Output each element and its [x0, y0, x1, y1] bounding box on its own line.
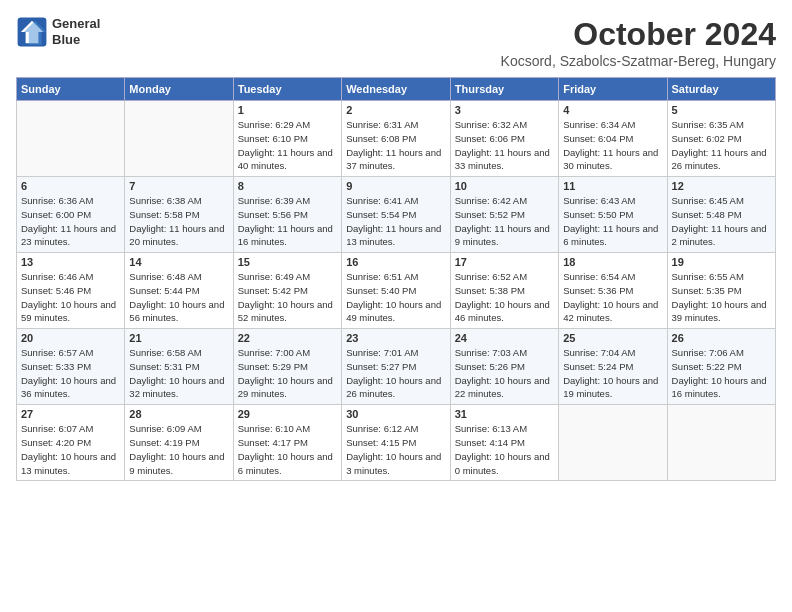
calendar-cell: 31Sunrise: 6:13 AM Sunset: 4:14 PM Dayli…: [450, 405, 558, 481]
day-number: 9: [346, 180, 446, 192]
weekday-header: Friday: [559, 78, 667, 101]
calendar-cell: 11Sunrise: 6:43 AM Sunset: 5:50 PM Dayli…: [559, 177, 667, 253]
calendar-cell: 9Sunrise: 6:41 AM Sunset: 5:54 PM Daylig…: [342, 177, 451, 253]
calendar-week-row: 13Sunrise: 6:46 AM Sunset: 5:46 PM Dayli…: [17, 253, 776, 329]
day-number: 14: [129, 256, 228, 268]
header: General Blue October 2024 Kocsord, Szabo…: [16, 16, 776, 69]
day-number: 10: [455, 180, 554, 192]
calendar-header-row: SundayMondayTuesdayWednesdayThursdayFrid…: [17, 78, 776, 101]
day-number: 29: [238, 408, 337, 420]
day-number: 30: [346, 408, 446, 420]
day-info: Sunrise: 7:00 AM Sunset: 5:29 PM Dayligh…: [238, 346, 337, 401]
day-info: Sunrise: 6:13 AM Sunset: 4:14 PM Dayligh…: [455, 422, 554, 477]
weekday-header: Sunday: [17, 78, 125, 101]
day-number: 23: [346, 332, 446, 344]
weekday-header: Wednesday: [342, 78, 451, 101]
day-info: Sunrise: 6:10 AM Sunset: 4:17 PM Dayligh…: [238, 422, 337, 477]
day-info: Sunrise: 6:48 AM Sunset: 5:44 PM Dayligh…: [129, 270, 228, 325]
calendar-cell: 28Sunrise: 6:09 AM Sunset: 4:19 PM Dayli…: [125, 405, 233, 481]
calendar-cell: 12Sunrise: 6:45 AM Sunset: 5:48 PM Dayli…: [667, 177, 775, 253]
day-info: Sunrise: 7:03 AM Sunset: 5:26 PM Dayligh…: [455, 346, 554, 401]
day-info: Sunrise: 7:01 AM Sunset: 5:27 PM Dayligh…: [346, 346, 446, 401]
calendar-cell: 7Sunrise: 6:38 AM Sunset: 5:58 PM Daylig…: [125, 177, 233, 253]
day-info: Sunrise: 6:42 AM Sunset: 5:52 PM Dayligh…: [455, 194, 554, 249]
day-info: Sunrise: 6:54 AM Sunset: 5:36 PM Dayligh…: [563, 270, 662, 325]
day-info: Sunrise: 6:51 AM Sunset: 5:40 PM Dayligh…: [346, 270, 446, 325]
day-number: 6: [21, 180, 120, 192]
calendar-week-row: 6Sunrise: 6:36 AM Sunset: 6:00 PM Daylig…: [17, 177, 776, 253]
day-info: Sunrise: 6:07 AM Sunset: 4:20 PM Dayligh…: [21, 422, 120, 477]
calendar-cell: 18Sunrise: 6:54 AM Sunset: 5:36 PM Dayli…: [559, 253, 667, 329]
day-number: 25: [563, 332, 662, 344]
calendar-cell: [17, 101, 125, 177]
day-info: Sunrise: 6:57 AM Sunset: 5:33 PM Dayligh…: [21, 346, 120, 401]
day-info: Sunrise: 6:49 AM Sunset: 5:42 PM Dayligh…: [238, 270, 337, 325]
day-number: 26: [672, 332, 771, 344]
logo-text: General Blue: [52, 16, 100, 47]
day-info: Sunrise: 6:52 AM Sunset: 5:38 PM Dayligh…: [455, 270, 554, 325]
day-info: Sunrise: 6:41 AM Sunset: 5:54 PM Dayligh…: [346, 194, 446, 249]
day-number: 12: [672, 180, 771, 192]
day-number: 5: [672, 104, 771, 116]
day-number: 24: [455, 332, 554, 344]
calendar-cell: 26Sunrise: 7:06 AM Sunset: 5:22 PM Dayli…: [667, 329, 775, 405]
day-info: Sunrise: 6:32 AM Sunset: 6:06 PM Dayligh…: [455, 118, 554, 173]
calendar-cell: 10Sunrise: 6:42 AM Sunset: 5:52 PM Dayli…: [450, 177, 558, 253]
calendar-cell: 2Sunrise: 6:31 AM Sunset: 6:08 PM Daylig…: [342, 101, 451, 177]
calendar-cell: 5Sunrise: 6:35 AM Sunset: 6:02 PM Daylig…: [667, 101, 775, 177]
calendar-cell: 29Sunrise: 6:10 AM Sunset: 4:17 PM Dayli…: [233, 405, 341, 481]
day-number: 17: [455, 256, 554, 268]
day-info: Sunrise: 6:34 AM Sunset: 6:04 PM Dayligh…: [563, 118, 662, 173]
calendar-cell: [125, 101, 233, 177]
calendar-cell: 14Sunrise: 6:48 AM Sunset: 5:44 PM Dayli…: [125, 253, 233, 329]
day-info: Sunrise: 6:09 AM Sunset: 4:19 PM Dayligh…: [129, 422, 228, 477]
day-info: Sunrise: 6:36 AM Sunset: 6:00 PM Dayligh…: [21, 194, 120, 249]
weekday-header: Tuesday: [233, 78, 341, 101]
calendar-cell: 30Sunrise: 6:12 AM Sunset: 4:15 PM Dayli…: [342, 405, 451, 481]
day-number: 19: [672, 256, 771, 268]
logo: General Blue: [16, 16, 100, 48]
day-number: 4: [563, 104, 662, 116]
day-number: 8: [238, 180, 337, 192]
calendar-cell: 3Sunrise: 6:32 AM Sunset: 6:06 PM Daylig…: [450, 101, 558, 177]
calendar-cell: 15Sunrise: 6:49 AM Sunset: 5:42 PM Dayli…: [233, 253, 341, 329]
month-title: October 2024: [501, 16, 776, 53]
calendar-cell: 17Sunrise: 6:52 AM Sunset: 5:38 PM Dayli…: [450, 253, 558, 329]
calendar-week-row: 27Sunrise: 6:07 AM Sunset: 4:20 PM Dayli…: [17, 405, 776, 481]
calendar-cell: 21Sunrise: 6:58 AM Sunset: 5:31 PM Dayli…: [125, 329, 233, 405]
calendar-cell: 25Sunrise: 7:04 AM Sunset: 5:24 PM Dayli…: [559, 329, 667, 405]
calendar-cell: 27Sunrise: 6:07 AM Sunset: 4:20 PM Dayli…: [17, 405, 125, 481]
day-number: 27: [21, 408, 120, 420]
day-info: Sunrise: 7:06 AM Sunset: 5:22 PM Dayligh…: [672, 346, 771, 401]
day-number: 31: [455, 408, 554, 420]
calendar-cell: 23Sunrise: 7:01 AM Sunset: 5:27 PM Dayli…: [342, 329, 451, 405]
title-block: October 2024 Kocsord, Szabolcs-Szatmar-B…: [501, 16, 776, 69]
day-number: 28: [129, 408, 228, 420]
day-info: Sunrise: 6:55 AM Sunset: 5:35 PM Dayligh…: [672, 270, 771, 325]
location-title: Kocsord, Szabolcs-Szatmar-Bereg, Hungary: [501, 53, 776, 69]
day-number: 13: [21, 256, 120, 268]
calendar-cell: 24Sunrise: 7:03 AM Sunset: 5:26 PM Dayli…: [450, 329, 558, 405]
day-number: 15: [238, 256, 337, 268]
general-blue-logo-icon: [16, 16, 48, 48]
calendar-week-row: 20Sunrise: 6:57 AM Sunset: 5:33 PM Dayli…: [17, 329, 776, 405]
day-info: Sunrise: 6:31 AM Sunset: 6:08 PM Dayligh…: [346, 118, 446, 173]
day-info: Sunrise: 6:46 AM Sunset: 5:46 PM Dayligh…: [21, 270, 120, 325]
weekday-header: Monday: [125, 78, 233, 101]
day-number: 2: [346, 104, 446, 116]
calendar-cell: 1Sunrise: 6:29 AM Sunset: 6:10 PM Daylig…: [233, 101, 341, 177]
calendar-cell: 4Sunrise: 6:34 AM Sunset: 6:04 PM Daylig…: [559, 101, 667, 177]
day-info: Sunrise: 6:45 AM Sunset: 5:48 PM Dayligh…: [672, 194, 771, 249]
day-info: Sunrise: 6:29 AM Sunset: 6:10 PM Dayligh…: [238, 118, 337, 173]
calendar-cell: 22Sunrise: 7:00 AM Sunset: 5:29 PM Dayli…: [233, 329, 341, 405]
day-number: 3: [455, 104, 554, 116]
calendar-cell: 13Sunrise: 6:46 AM Sunset: 5:46 PM Dayli…: [17, 253, 125, 329]
day-number: 11: [563, 180, 662, 192]
day-number: 22: [238, 332, 337, 344]
calendar-cell: 20Sunrise: 6:57 AM Sunset: 5:33 PM Dayli…: [17, 329, 125, 405]
day-number: 20: [21, 332, 120, 344]
day-info: Sunrise: 6:38 AM Sunset: 5:58 PM Dayligh…: [129, 194, 228, 249]
day-number: 16: [346, 256, 446, 268]
day-number: 18: [563, 256, 662, 268]
weekday-header: Saturday: [667, 78, 775, 101]
